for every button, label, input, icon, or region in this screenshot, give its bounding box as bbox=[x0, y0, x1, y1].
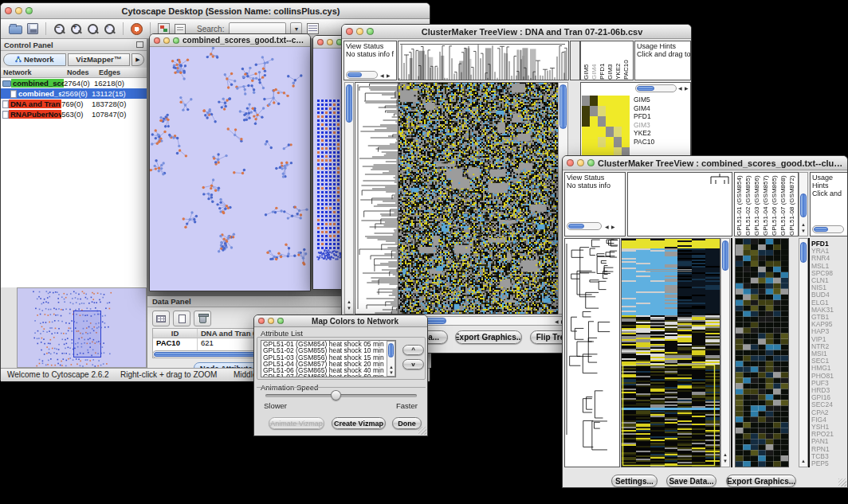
zoom-in-icon[interactable]: + bbox=[70, 23, 82, 35]
tv1-correlation-matrix[interactable] bbox=[582, 96, 630, 158]
tv2-row-dendrogram-canvas[interactable] bbox=[565, 239, 619, 467]
scrollbar-thumb[interactable] bbox=[347, 72, 362, 77]
tv2-column-dendrogram[interactable] bbox=[627, 172, 732, 236]
minimize-icon[interactable] bbox=[356, 28, 363, 35]
attr-col-id[interactable]: ID bbox=[153, 329, 198, 338]
tv1-column-dendrogram-canvas[interactable] bbox=[398, 41, 568, 80]
scroll-right-icon[interactable]: ▶ bbox=[387, 73, 391, 78]
matrix-cell[interactable] bbox=[622, 96, 630, 106]
attribute-list-scrollbar[interactable]: ▲ ▼ bbox=[387, 341, 395, 377]
matrix-cell[interactable] bbox=[582, 127, 590, 137]
scroll-left-icon[interactable]: ◀ bbox=[380, 73, 384, 78]
network-view-titlebar[interactable]: combined_scores_good.txt--cluste... bbox=[150, 34, 310, 47]
matrix-cell[interactable] bbox=[598, 106, 606, 116]
tv2-row-dendrogram[interactable] bbox=[564, 238, 620, 467]
tv2-right-vscrollbar[interactable]: ▲ bbox=[799, 238, 808, 467]
matrix-cell[interactable] bbox=[614, 127, 622, 137]
scroll-down-icon[interactable]: ▼ bbox=[723, 459, 728, 463]
treeview2-titlebar[interactable]: ClusterMaker TreeView : combined_scores_… bbox=[563, 156, 847, 170]
tv2-heatmap[interactable] bbox=[621, 238, 720, 467]
close-icon[interactable] bbox=[317, 39, 324, 45]
tv2-status-scrollbar[interactable] bbox=[567, 222, 602, 230]
tv2-export-graphics-button[interactable]: Export Graphics... bbox=[726, 475, 796, 487]
scroll-left-icon[interactable]: ◀ bbox=[678, 86, 682, 91]
network-graph-canvas[interactable] bbox=[150, 47, 310, 291]
tv2-save-data-button[interactable]: Save Data... bbox=[666, 475, 716, 487]
col-header-nodes[interactable]: Nodes bbox=[65, 68, 96, 77]
help-ring-icon[interactable] bbox=[131, 23, 143, 35]
matrix-cell[interactable] bbox=[582, 137, 590, 147]
tv1-gene-label[interactable]: GIM3 bbox=[634, 121, 654, 130]
done-button[interactable]: Done bbox=[392, 417, 422, 429]
animation-speed-slider[interactable] bbox=[265, 394, 417, 397]
matrix-cell[interactable] bbox=[582, 106, 590, 116]
scroll-down-icon[interactable]: ▼ bbox=[801, 229, 806, 233]
tv1-row-dendrogram-canvas[interactable] bbox=[355, 83, 398, 314]
matrix-cell[interactable] bbox=[598, 137, 606, 147]
scroll-up-icon[interactable]: ▲ bbox=[723, 452, 728, 457]
scrollbar-thumb[interactable] bbox=[800, 242, 807, 263]
matrix-cell[interactable] bbox=[606, 116, 614, 127]
network-row[interactable]: RNAPuberNov2+563(0)107847(0) bbox=[1, 109, 147, 119]
matrix-cell[interactable] bbox=[598, 116, 606, 127]
scrollbar-thumb[interactable] bbox=[722, 240, 728, 271]
zoom-window-icon[interactable] bbox=[587, 159, 595, 166]
attribute-list-item[interactable]: GPL51-07 (GSM868) heat shock 60 min bbox=[261, 373, 395, 377]
scroll-left-icon[interactable]: ◀ bbox=[555, 319, 559, 324]
save-icon[interactable] bbox=[27, 23, 38, 34]
zoom-out-icon[interactable]: − bbox=[53, 23, 65, 35]
tv2-zoom-heatmap-canvas[interactable] bbox=[736, 239, 788, 467]
move-up-button[interactable]: ^ bbox=[402, 345, 424, 355]
scrollbar-thumb[interactable] bbox=[800, 193, 807, 217]
matrix-cell[interactable] bbox=[582, 116, 590, 127]
tv1-summary-scrollbar[interactable] bbox=[635, 84, 677, 92]
scroll-right-icon[interactable]: ▶ bbox=[685, 86, 689, 91]
tv1-gene-label[interactable]: PFD1 bbox=[634, 112, 654, 121]
scroll-up-icon[interactable]: ▲ bbox=[389, 365, 394, 369]
matrix-cell[interactable] bbox=[606, 137, 614, 147]
matrix-cell[interactable] bbox=[606, 106, 614, 116]
network-row[interactable]: combined_sco2569(6)13112(15) bbox=[1, 88, 147, 99]
zoom-window-icon[interactable] bbox=[26, 7, 33, 14]
scrollbar-thumb[interactable] bbox=[388, 343, 394, 357]
matrix-cell[interactable] bbox=[582, 96, 590, 106]
zoom-selected-icon[interactable]: ▫ bbox=[104, 23, 116, 35]
float-panel-icon[interactable] bbox=[136, 41, 143, 48]
attribute-list[interactable]: GPL51-01 (GSM854) heat shock 05 minGPL51… bbox=[261, 340, 396, 377]
move-down-button[interactable]: v bbox=[402, 359, 424, 369]
zoom-fit-icon[interactable] bbox=[87, 23, 99, 35]
minimize-icon[interactable] bbox=[15, 7, 22, 14]
scrollbar-thumb[interactable] bbox=[346, 84, 352, 123]
open-file-icon[interactable] bbox=[9, 25, 22, 34]
minimize-icon[interactable] bbox=[327, 39, 333, 45]
birdseye-canvas[interactable] bbox=[18, 288, 146, 367]
matrix-cell[interactable] bbox=[614, 96, 622, 106]
annotation-icon[interactable] bbox=[175, 24, 186, 34]
tv1-gene-label[interactable]: PAC10 bbox=[634, 138, 654, 147]
tv2-heatmap-canvas[interactable] bbox=[622, 239, 720, 467]
tv1-export-graphics-button[interactable]: Export Graphics... bbox=[455, 330, 522, 344]
close-icon[interactable] bbox=[567, 159, 574, 166]
vizmapper-icon[interactable] bbox=[158, 23, 170, 34]
tabs-overflow-arrow-icon[interactable]: ▶ bbox=[132, 53, 144, 66]
minimize-icon[interactable] bbox=[163, 37, 170, 44]
zoom-window-icon[interactable] bbox=[173, 37, 179, 44]
create-vizmap-button[interactable]: Create Vizmap bbox=[332, 417, 386, 429]
tv2-settings-button[interactable]: Settings... bbox=[611, 475, 658, 487]
minimize-icon[interactable] bbox=[577, 159, 584, 166]
scroll-up-icon[interactable]: ▲ bbox=[801, 222, 806, 227]
resize-grip[interactable] bbox=[838, 479, 846, 486]
tv1-gene-label[interactable]: GIM5 bbox=[634, 96, 654, 104]
scrollbar-thumb[interactable] bbox=[559, 84, 567, 129]
matrix-cell[interactable] bbox=[614, 106, 622, 116]
scrollbar-thumb[interactable] bbox=[568, 224, 584, 229]
scroll-left-icon[interactable]: ◀ bbox=[605, 225, 609, 229]
tv1-status-scrollbar[interactable] bbox=[346, 71, 378, 79]
matrix-cell[interactable] bbox=[590, 96, 598, 106]
treeview1-titlebar[interactable]: ClusterMaker TreeView : DNA and Tran 07-… bbox=[342, 25, 691, 39]
matrix-cell[interactable] bbox=[622, 106, 630, 116]
scroll-right-icon[interactable]: ▶ bbox=[611, 225, 615, 229]
new-attribute-button[interactable] bbox=[173, 311, 190, 326]
delete-attribute-button[interactable] bbox=[194, 311, 211, 326]
matrix-cell[interactable] bbox=[590, 116, 598, 127]
